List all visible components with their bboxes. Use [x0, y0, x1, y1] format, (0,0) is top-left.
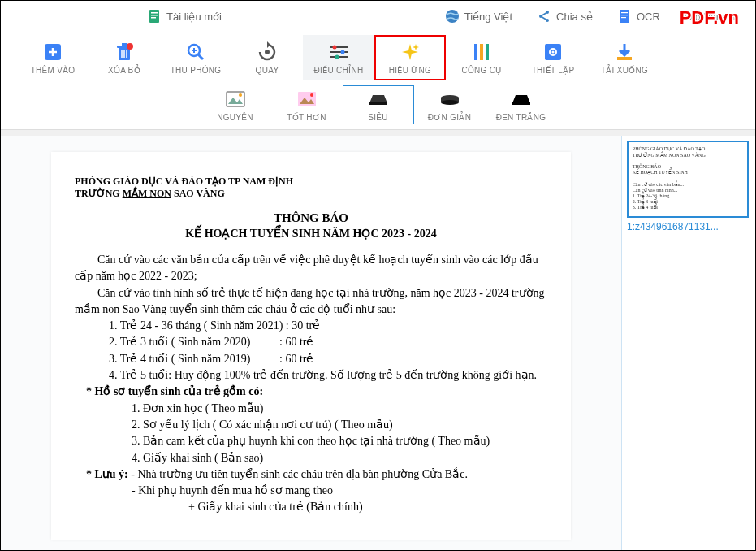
pdf-vn-logo: PDF.vn — [680, 7, 739, 28]
bw-label: ĐEN TRẮNG — [496, 113, 546, 122]
svg-marker-45 — [228, 98, 243, 104]
sparkle-icon — [400, 41, 421, 63]
globe-icon — [445, 9, 460, 24]
svg-rect-36 — [474, 44, 477, 60]
main-toolbar: THÊM VÀO XÓA BỎ THU PHÓNG QUAY ĐIỀU CHỈN… — [1, 32, 755, 84]
add-button[interactable]: THÊM VÀO — [17, 35, 89, 80]
document-icon — [147, 9, 162, 24]
tools-button[interactable]: CÔNG CỤ — [446, 35, 517, 80]
svg-rect-37 — [480, 44, 483, 60]
download-label: TẢI XUỐNG — [601, 66, 648, 75]
document-area[interactable]: PHÒNG GIÁO DỤC VÀ ĐÀO TẠO TP NAM ĐỊNH TR… — [1, 136, 621, 550]
svg-point-34 — [341, 50, 345, 54]
better-effect-button[interactable]: TỐT HƠN — [271, 85, 343, 124]
delete-label: XÓA BỎ — [108, 66, 140, 75]
effect-button[interactable]: HIỆU ỨNG — [374, 35, 446, 80]
bw-effect-button[interactable]: ĐEN TRẮNG — [486, 85, 557, 124]
svg-point-53 — [441, 100, 459, 105]
new-document-label: Tài liệu mới — [166, 11, 222, 23]
adjust-button[interactable]: ĐIỀU CHỈNH — [303, 35, 374, 80]
super-effect-button[interactable]: SIÊU — [343, 85, 414, 124]
zoom-button[interactable]: THU PHÓNG — [160, 35, 231, 80]
svg-point-23 — [127, 43, 133, 50]
svg-rect-0 — [149, 10, 159, 23]
tools-label: CÔNG CỤ — [461, 66, 501, 75]
svg-rect-10 — [620, 10, 629, 23]
svg-marker-28 — [267, 41, 270, 48]
original-label: NGUYÊN — [217, 113, 253, 122]
effect-label: HIỆU ỨNG — [389, 66, 431, 75]
svg-line-9 — [542, 17, 546, 20]
new-document-button[interactable]: Tài liệu mới — [147, 9, 222, 24]
image-icon — [225, 89, 246, 110]
rotate-label: QUAY — [256, 66, 279, 75]
svg-point-33 — [333, 45, 337, 49]
svg-rect-1 — [151, 12, 158, 14]
thumbnail-label: 1:z4349616871131... — [627, 221, 750, 232]
doc-title: THÔNG BÁO — [75, 211, 547, 225]
svg-rect-3 — [151, 17, 156, 19]
ocr-button[interactable]: OCR — [617, 9, 660, 24]
svg-point-29 — [265, 50, 270, 54]
super-label: SIÊU — [368, 113, 388, 122]
svg-rect-11 — [621, 12, 628, 13]
simple-effect-button[interactable]: ĐƠN GIẢN — [414, 85, 486, 124]
workspace: PHÒNG GIÁO DỤC VÀ ĐÀO TẠO TP NAM ĐỊNH TR… — [1, 136, 755, 550]
svg-rect-42 — [617, 57, 632, 60]
doc-subtitle: KẾ HOẠCH TUYỂN SINH NĂM HỌC 2023 - 2024 — [75, 227, 547, 241]
better-image-icon — [296, 89, 318, 110]
scanner-simple-icon — [439, 89, 460, 110]
add-label: THÊM VÀO — [31, 66, 76, 75]
language-label: Tiếng Việt — [464, 11, 512, 23]
share-icon — [537, 9, 551, 24]
zoom-icon — [185, 41, 206, 63]
gear-icon — [542, 41, 564, 63]
delete-button[interactable]: XÓA BỎ — [89, 35, 160, 80]
sliders-icon — [328, 41, 349, 63]
zoom-label: THU PHÓNG — [171, 66, 222, 75]
top-bar: Tài liệu mới Tiếng Việt Chia sẻ OCR Old … — [1, 1, 755, 32]
ocr-icon — [617, 9, 632, 24]
svg-point-4 — [446, 10, 459, 23]
svg-rect-54 — [512, 102, 530, 105]
rotate-button[interactable]: QUAY — [231, 35, 303, 80]
svg-rect-44 — [227, 92, 244, 106]
scanner-icon — [368, 89, 389, 110]
download-button[interactable]: TẢI XUỐNG — [589, 35, 660, 80]
doc-header-2: TRƯỜNG MẦM NON SAO VÀNG — [75, 188, 547, 200]
svg-rect-38 — [486, 44, 489, 60]
page-thumbnail[interactable]: PHÒNG GIÁO DỤC VÀ ĐÀO TẠOTRƯỜNG MẦM NON … — [627, 141, 749, 218]
language-button[interactable]: Tiếng Việt — [445, 9, 512, 24]
svg-line-8 — [542, 13, 546, 15]
thumbnail-panel: PHÒNG GIÁO DỤC VÀ ĐÀO TẠOTRƯỜNG MẦM NON … — [621, 136, 755, 550]
svg-rect-12 — [621, 15, 628, 15]
adjust-label: ĐIỀU CHỈNH — [314, 66, 364, 75]
trash-icon — [114, 41, 135, 63]
scanner-bw-icon — [511, 89, 532, 110]
simple-label: ĐƠN GIẢN — [428, 113, 471, 122]
setup-button[interactable]: THIẾT LẬP — [517, 35, 589, 80]
svg-rect-50 — [369, 102, 387, 105]
svg-rect-19 — [122, 43, 127, 46]
download-icon — [614, 41, 635, 63]
doc-body: Căn cứ vào các văn bản của cấp trên về v… — [75, 252, 547, 516]
effect-toolbar: NGUYÊN TỐT HƠN SIÊU ĐƠN GIẢN ĐEN TRẮNG — [1, 84, 755, 130]
share-label: Chia sẻ — [556, 11, 593, 23]
svg-point-35 — [335, 54, 339, 59]
share-button[interactable]: Chia sẻ — [537, 9, 593, 24]
svg-point-41 — [552, 50, 555, 53]
setup-label: THIẾT LẬP — [532, 66, 575, 75]
tools-icon — [471, 41, 492, 63]
original-effect-button[interactable]: NGUYÊN — [200, 85, 271, 124]
svg-rect-2 — [151, 15, 158, 16]
add-icon — [42, 41, 63, 63]
svg-line-25 — [198, 54, 203, 59]
rotate-icon — [257, 41, 278, 63]
svg-point-49 — [310, 93, 313, 97]
better-label: TỐT HƠN — [287, 113, 326, 122]
document-page: PHÒNG GIÁO DỤC VÀ ĐÀO TẠO TP NAM ĐỊNH TR… — [51, 152, 571, 540]
svg-point-46 — [239, 93, 242, 97]
doc-header-1: PHÒNG GIÁO DỤC VÀ ĐÀO TẠO TP NAM ĐỊNH — [75, 176, 547, 188]
svg-rect-13 — [621, 17, 626, 18]
svg-rect-47 — [298, 92, 316, 106]
